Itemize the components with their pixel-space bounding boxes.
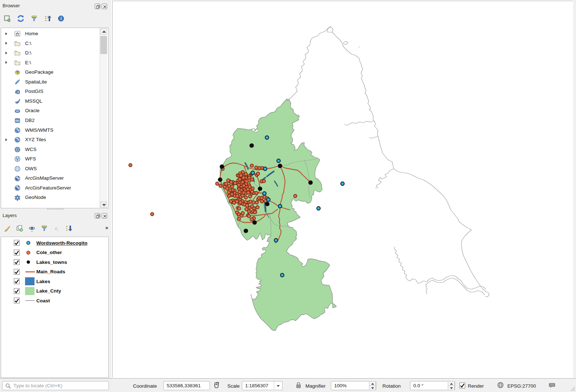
svg-text:□: □ [57,229,58,231]
svg-text:DB2: DB2 [15,119,20,122]
